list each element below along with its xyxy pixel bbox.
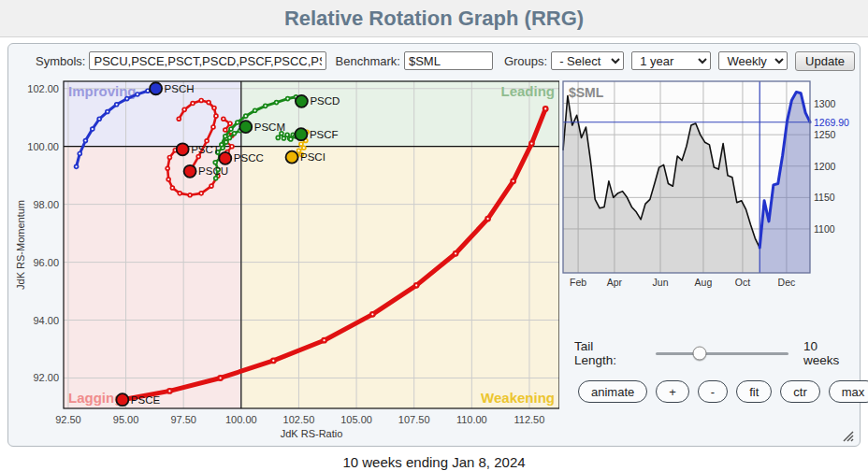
svg-text:110.00: 110.00: [456, 414, 487, 425]
right-panel: 110011501200125013001269.90FebAprJunAugO…: [559, 74, 855, 446]
frequency-select[interactable]: Weekly: [718, 51, 788, 70]
last-price-label: 1269.90: [814, 117, 849, 128]
symbol-head-PSCH[interactable]: [150, 82, 162, 94]
symbol-head-PSCC[interactable]: [219, 152, 231, 164]
tail-length-label: Tail Length:: [574, 339, 637, 367]
svg-text:1150: 1150: [814, 192, 835, 203]
svg-text:Apr: Apr: [607, 277, 623, 288]
svg-text:Jun: Jun: [653, 277, 669, 288]
svg-text:Aug: Aug: [695, 277, 713, 288]
toolbar: Symbols: Benchmark: Groups: - Select - 1…: [36, 50, 855, 71]
symbol-head-PSCD[interactable]: [296, 95, 308, 107]
svg-text:102.50: 102.50: [283, 414, 315, 425]
svg-text:102.00: 102.00: [27, 83, 59, 94]
quadrant-lagging: [64, 147, 241, 408]
symbol-label-PSCE: PSCE: [131, 394, 161, 406]
svg-text:Feb: Feb: [570, 277, 586, 288]
benchmark-input[interactable]: [404, 51, 493, 70]
symbol-label-PSCI: PSCI: [300, 151, 326, 163]
svg-text:105.00: 105.00: [340, 414, 372, 425]
svg-text:1300: 1300: [814, 98, 836, 109]
chart-buttons: animate + - fit ctr max: [578, 380, 855, 403]
tail-length-value: 10 weeks: [803, 339, 855, 367]
benchmark-title: $SML: [569, 85, 604, 100]
svg-text:97.50: 97.50: [170, 414, 196, 425]
svg-text:95.00: 95.00: [113, 414, 139, 425]
symbol-label-PSCU: PSCU: [198, 165, 228, 177]
svg-text:Oct: Oct: [735, 277, 750, 288]
svg-text:100.00: 100.00: [225, 414, 257, 425]
symbol-head-PSCF[interactable]: [295, 128, 307, 140]
update-button[interactable]: Update: [795, 51, 855, 71]
period-select[interactable]: 1 year: [631, 51, 711, 70]
slider-thumb[interactable]: [692, 347, 706, 361]
tail-length-control: Tail Length: 10 weeks: [574, 339, 855, 367]
zoom-in-button[interactable]: +: [656, 380, 689, 403]
symbol-label-PSCH: PSCH: [165, 83, 195, 94]
symbol-label-PSCF: PSCF: [310, 129, 339, 140]
svg-text:1100: 1100: [814, 223, 835, 235]
svg-text:107.50: 107.50: [398, 414, 430, 425]
svg-text:96.00: 96.00: [33, 257, 59, 268]
rrg-app-panel: Symbols: Benchmark: Groups: - Select - 1…: [7, 43, 861, 447]
resize-handle-icon[interactable]: [840, 428, 855, 443]
symbol-head-PSCE[interactable]: [116, 393, 128, 406]
groups-select[interactable]: - Select -: [551, 51, 624, 70]
symbol-label-PSCD: PSCD: [310, 95, 340, 107]
rrg-chart[interactable]: ImprovingLeadingLaggingWeakeningPSCHPSCE…: [13, 74, 559, 446]
symbol-head-PSCT[interactable]: [177, 143, 189, 155]
tail-length-slider[interactable]: [656, 352, 789, 355]
symbols-input[interactable]: [89, 51, 326, 70]
svg-text:112.50: 112.50: [514, 414, 545, 425]
svg-text:92.50: 92.50: [55, 414, 81, 425]
x-axis-title: JdK RS-Ratio: [281, 428, 343, 439]
benchmark-chart[interactable]: 110011501200125013001269.90FebAprJunAugO…: [559, 74, 855, 291]
symbol-head-PSCU[interactable]: [184, 165, 196, 178]
symbol-label-PSCT: PSCT: [191, 144, 220, 155]
symbol-head-PSCM[interactable]: [239, 121, 252, 133]
svg-text:92.00: 92.00: [33, 372, 59, 383]
y-axis-title: JdK RS-Momentum: [15, 200, 26, 290]
quadrant-label-lagging: Lagging: [68, 390, 123, 406]
svg-text:Dec: Dec: [778, 277, 796, 288]
groups-label: Groups:: [504, 54, 547, 68]
symbol-label-PSCC: PSCC: [234, 152, 264, 164]
svg-text:98.00: 98.00: [33, 199, 59, 210]
quadrant-label-leading: Leading: [500, 83, 555, 99]
svg-text:1250: 1250: [814, 129, 836, 140]
symbols-label: Symbols:: [36, 54, 85, 68]
page-header: Relative Rotation Graph (RRG): [0, 0, 868, 37]
svg-text:1200: 1200: [814, 161, 836, 172]
zoom-out-button[interactable]: -: [698, 380, 728, 403]
animate-button[interactable]: animate: [578, 380, 647, 403]
center-button[interactable]: ctr: [780, 380, 819, 403]
page-title: Relative Rotation Graph (RRG): [0, 0, 868, 37]
symbol-head-PSCI[interactable]: [286, 151, 298, 164]
svg-text:94.00: 94.00: [33, 315, 59, 326]
maximize-button[interactable]: max: [829, 380, 868, 403]
content-row: ImprovingLeadingLaggingWeakeningPSCHPSCE…: [13, 74, 855, 446]
quadrant-label-weakening: Weakening: [481, 390, 555, 406]
fit-button[interactable]: fit: [736, 380, 772, 403]
symbol-label-PSCM: PSCM: [254, 121, 285, 133]
svg-text:100.00: 100.00: [27, 141, 59, 152]
chart-period-caption: 10 weeks ending Jan 8, 2024: [0, 454, 868, 470]
benchmark-label: Benchmark:: [336, 54, 400, 68]
